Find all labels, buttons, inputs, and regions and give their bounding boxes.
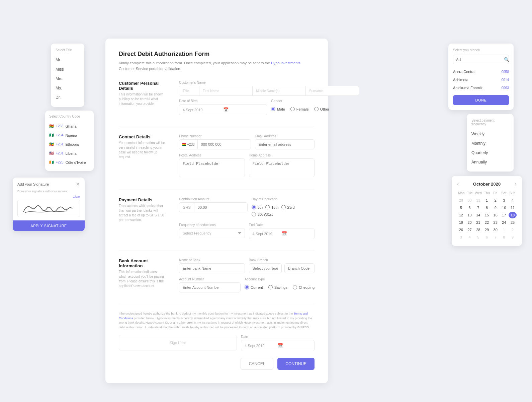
cal-day[interactable]: 24: [500, 219, 508, 226]
postal-textarea[interactable]: [179, 158, 245, 177]
title-item[interactable]: Ms.: [51, 83, 84, 93]
branch-item[interactable]: Accra Central0058: [453, 68, 509, 76]
cal-day[interactable]: 30: [466, 197, 474, 204]
cal-day[interactable]: 15: [483, 212, 491, 218]
cal-day[interactable]: 26: [457, 226, 465, 233]
gender-male[interactable]: Male: [271, 107, 285, 111]
day-5th[interactable]: 5th: [252, 205, 263, 209]
search-icon: 🔍: [504, 57, 509, 62]
cal-day[interactable]: 3: [500, 197, 508, 204]
cal-day[interactable]: 20: [466, 219, 474, 226]
branch-item[interactable]: Ablekuma Fanmik0063: [453, 84, 509, 92]
type-savings[interactable]: Savings: [268, 285, 287, 289]
cal-day[interactable]: 11: [509, 204, 517, 211]
frequency-item[interactable]: Weekly: [471, 129, 509, 139]
cal-day[interactable]: 18: [509, 212, 517, 218]
cal-day[interactable]: 2: [492, 197, 500, 204]
account-number-input[interactable]: [179, 282, 241, 292]
cal-day[interactable]: 23: [492, 219, 500, 226]
cal-day[interactable]: 8: [500, 234, 508, 241]
frequency-item[interactable]: Monthly: [471, 139, 509, 148]
title-item[interactable]: Dr.: [51, 93, 84, 102]
cal-day[interactable]: 19: [457, 219, 465, 226]
dob-input[interactable]: 4 Sept 2019 📅: [179, 104, 267, 115]
first-name-input[interactable]: [199, 86, 253, 95]
cal-day[interactable]: 9: [492, 204, 500, 211]
branch-name-input[interactable]: [249, 263, 282, 273]
sig-close-icon[interactable]: ✕: [76, 182, 80, 187]
cal-day[interactable]: 1: [500, 226, 508, 233]
cancel-button[interactable]: CANCEL: [241, 358, 274, 370]
continue-button[interactable]: CONTINUE: [277, 358, 315, 370]
cal-day[interactable]: 29: [483, 226, 491, 233]
phone-flag[interactable]: 🇬🇭 +233: [179, 140, 198, 149]
type-current[interactable]: Current: [245, 285, 263, 289]
cal-day[interactable]: 2: [509, 226, 517, 233]
amount-input[interactable]: [194, 203, 247, 212]
home-textarea[interactable]: [249, 158, 315, 177]
country-item[interactable]: 🇬🇭 +233 Ghana: [45, 122, 94, 131]
branch-item[interactable]: Achimota0014: [453, 76, 509, 84]
cal-day[interactable]: 25: [509, 219, 517, 226]
cal-day[interactable]: 17: [500, 212, 508, 218]
cal-day[interactable]: 29: [457, 197, 465, 204]
end-date-input[interactable]: 4 Sept 2019 📅: [249, 228, 315, 239]
cal-day[interactable]: 1: [483, 197, 491, 204]
cal-day[interactable]: 12: [457, 212, 465, 218]
type-chequing[interactable]: Chequing: [293, 285, 315, 289]
sign-box[interactable]: Sign Here: [119, 335, 237, 350]
cal-day[interactable]: 7: [474, 204, 482, 211]
cal-day[interactable]: 10: [500, 204, 508, 211]
cal-day[interactable]: 6: [466, 204, 474, 211]
phone-number-input[interactable]: [198, 140, 251, 149]
title-input[interactable]: [179, 86, 199, 95]
sig-clear-button[interactable]: Clear: [13, 195, 85, 200]
cal-day[interactable]: 5: [457, 204, 465, 211]
title-item[interactable]: Mr.: [51, 55, 84, 65]
hypo-link[interactable]: Hypo Investments: [271, 61, 300, 65]
branch-code-input[interactable]: [284, 263, 315, 273]
cal-day[interactable]: 4: [466, 234, 474, 241]
day-15th[interactable]: 15th: [265, 205, 278, 209]
bank-name-input[interactable]: [179, 263, 245, 273]
cal-day[interactable]: 6: [483, 234, 491, 241]
cal-day[interactable]: 16: [492, 212, 500, 218]
surname-input[interactable]: [306, 86, 359, 95]
cal-day[interactable]: 27: [466, 226, 474, 233]
day-23rd[interactable]: 23rd: [281, 205, 295, 209]
title-item[interactable]: Miss: [51, 65, 84, 74]
cal-day[interactable]: 7: [492, 234, 500, 241]
frequency-select[interactable]: Select Frequency Weekly Monthly Quarterl…: [179, 228, 245, 238]
cal-day[interactable]: 21: [474, 219, 482, 226]
day-30th[interactable]: 30th/31st: [252, 212, 273, 216]
cal-day[interactable]: 13: [466, 212, 474, 218]
branch-done-button[interactable]: DONE: [453, 95, 509, 105]
cal-day[interactable]: 28: [474, 226, 482, 233]
apply-signature-button[interactable]: APPLY SIGNATURE: [13, 220, 85, 231]
cal-day[interactable]: 22: [483, 219, 491, 226]
frequency-item[interactable]: Quarterly: [471, 148, 509, 157]
cal-day[interactable]: 3: [457, 234, 465, 241]
cal-day[interactable]: 30: [492, 226, 500, 233]
gender-female[interactable]: Female: [290, 107, 309, 111]
gender-other[interactable]: Other: [314, 107, 330, 111]
cal-day[interactable]: 9: [509, 234, 517, 241]
cal-day[interactable]: 14: [474, 212, 482, 218]
country-item[interactable]: 🇪🇹 +251 Ethiopia: [45, 140, 94, 149]
title-item[interactable]: Mrs.: [51, 74, 84, 83]
country-item[interactable]: 🇨🇮 +225 Côte d'Ivoire: [45, 158, 94, 167]
cal-next-button[interactable]: ›: [515, 181, 517, 187]
branch-search-input[interactable]: [456, 58, 502, 62]
cal-day[interactable]: 31: [474, 197, 482, 204]
cal-day[interactable]: 5: [474, 234, 482, 241]
cal-day[interactable]: 4: [509, 197, 517, 204]
frequency-item[interactable]: Annually: [471, 157, 509, 167]
country-item[interactable]: 🇺🇸 +231 Liberia: [45, 149, 94, 158]
cal-day[interactable]: 8: [483, 204, 491, 211]
sig-canvas[interactable]: [17, 200, 80, 217]
middle-name-input[interactable]: [253, 86, 306, 95]
sign-date-input[interactable]: 4 Sept 2019 📅: [241, 340, 315, 351]
cal-prev-button[interactable]: ‹: [457, 181, 459, 187]
country-item[interactable]: 🇳🇬 +234 Nigeria: [45, 131, 94, 140]
email-input[interactable]: [255, 139, 315, 149]
